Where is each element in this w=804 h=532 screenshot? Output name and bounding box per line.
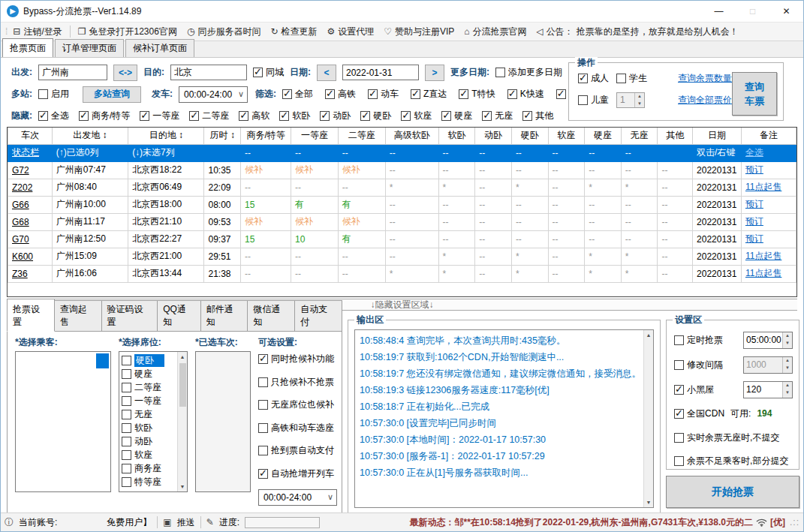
column-header[interactable]: 二等座 [338,128,385,144]
checkbox-item[interactable]: 软卧 [279,110,310,122]
checkbox[interactable] [282,89,292,99]
checkbox-item[interactable]: 商务/特等 [79,110,130,122]
tab-微信通知[interactable]: 微信通知 [248,300,295,332]
checkbox-item[interactable]: 二等座 [189,110,229,122]
column-header[interactable]: 动卧 [475,128,512,144]
scroll-down-icon[interactable]: ▼ [180,482,185,491]
stepper-down-icon[interactable]: ▼ [783,389,792,398]
train-row[interactable]: G68广州南11:17北京西21:1009:53候补候补候补----------… [8,213,796,230]
tab-自动支付[interactable]: 自动支付 [295,300,342,332]
checkbox-item[interactable]: 软座 [401,110,432,122]
book-link[interactable]: 11点起售 [745,182,781,192]
train-row[interactable]: Z202广州08:40北京西06:4922:09------**--*--**-… [8,179,796,196]
train-number[interactable]: G66 [8,196,53,213]
tab-订单管理页面[interactable]: 订单管理页面 [55,39,124,57]
column-header[interactable]: 硬座 [585,128,622,144]
定时抢票-stepper[interactable]: 05:00:00▲▼ [743,332,793,349]
cdn-checkbox[interactable]: 全国CDN [674,407,724,420]
seat-list-item[interactable]: 商务座 [122,461,176,475]
train-number[interactable]: Z202 [8,179,53,196]
close-button[interactable]: ✕ [769,1,803,22]
checkbox[interactable] [320,111,330,121]
checkbox[interactable] [674,409,684,419]
checkbox[interactable] [189,111,199,121]
train-row[interactable]: G70广州南12:50北京西22:2709:371510有-----------… [8,230,796,248]
checkbox-item[interactable]: 抢到票自动支付 [258,444,337,457]
stepper-up-icon[interactable]: ▲ [783,332,792,341]
checkbox[interactable] [441,111,451,121]
swap-stations-button[interactable]: <-> [113,65,137,81]
checkbox-item[interactable]: 全选 [38,110,69,122]
checkbox[interactable] [368,89,378,99]
tab-验证码设置[interactable]: 验证码设置 [102,300,158,332]
column-header[interactable]: 软座 [548,128,585,144]
checkbox[interactable] [459,89,468,99]
checkbox[interactable] [258,423,268,433]
tab-候补订单页面[interactable]: 候补订单页面 [125,39,194,57]
toolbar-item[interactable]: ⊟注销/登录 [13,26,62,38]
checkbox-item[interactable]: 全部 [282,88,313,101]
checkbox-item[interactable]: 定时抢票 [674,334,743,347]
same-city-checkbox[interactable]: 同城 [253,66,284,79]
select-all-link[interactable]: 全选 [745,147,763,158]
checkbox[interactable] [616,74,626,83]
tab-抢票页面[interactable]: 抢票页面 [2,38,53,57]
selected-trains-list[interactable] [195,351,251,492]
train-row[interactable]: K600广州15:09北京西21:0029:51--------*--*--**… [8,248,796,265]
checkbox[interactable] [360,111,370,121]
status-row[interactable]: 状态栏(↑)已选0列(↓)未选7列--------------------双击/… [8,144,796,161]
book-link[interactable]: 预订 [745,199,763,209]
checkbox[interactable] [122,383,131,392]
toolbar-item[interactable]: ⚙设置代理 [327,26,374,38]
query-remaining-link[interactable]: 查询余票数量 [678,72,732,85]
column-header[interactable]: 日期 [693,128,742,144]
checkbox[interactable] [79,111,89,121]
child-count-stepper[interactable]: 1▲▼ [616,92,645,108]
depart-time-select[interactable]: 00:00-24:00∨ [179,86,248,103]
checkbox[interactable] [122,410,131,419]
checkbox[interactable] [253,68,263,77]
dest-input[interactable] [170,65,247,80]
checkbox[interactable] [122,423,131,433]
next-date-button[interactable]: > [425,65,444,81]
小黑屋-stepper[interactable]: 120▲▼ [743,381,793,398]
checkbox-item[interactable]: 无座 [482,110,513,122]
stepper-up-icon[interactable]: ▲ [783,357,792,365]
book-link[interactable]: 11点起售 [745,268,781,278]
checkbox-item[interactable]: K快速 [507,88,544,101]
scroll-up-icon[interactable]: ▲ [180,352,185,362]
checkbox-item[interactable]: 同时抢候补功能 [258,353,337,365]
column-header[interactable]: 商务/特等 [241,128,291,144]
checkbox-item[interactable]: 硬卧 [360,110,391,122]
checkbox-item[interactable]: 无座席位也候补 [258,398,337,411]
checkbox[interactable] [239,111,248,121]
checkbox-item[interactable]: 实时余票无座时,不提交 [674,431,779,444]
column-header[interactable]: 出发地 ↕ [52,128,128,144]
train-number[interactable]: G72 [8,161,53,179]
train-row[interactable]: G72广州南07:47北京西18:2210:35候补候补候补----------… [8,161,796,179]
maximize-button[interactable]: □ [736,1,769,22]
passenger-list[interactable] [15,351,111,492]
column-header[interactable]: 历时 ↕ [204,128,241,144]
checkbox-item[interactable]: 高软 [239,110,270,122]
checkbox-item[interactable]: 小黑屋 [674,383,743,396]
checkbox[interactable] [325,89,335,99]
grab-time-range-select[interactable]: 00:00-24:00∨ [258,489,337,506]
checkbox[interactable] [122,450,131,460]
column-header[interactable]: 高级软卧 [385,128,438,144]
seat-list-item[interactable]: 一等座 [122,394,176,407]
book-link[interactable]: 预订 [745,216,763,227]
seat-list[interactable]: 硬卧硬座二等座一等座无座软卧动卧软座商务座特等座 ▲ ▼ [119,351,188,492]
seat-list-item[interactable]: 硬座 [122,367,176,380]
checkbox[interactable] [495,68,505,77]
toolbar-item[interactable]: ⌂分流抢票官网 [464,26,526,38]
multi-enable-checkbox[interactable]: 启用 [38,88,69,101]
column-header[interactable]: 车次 [8,128,53,144]
column-header[interactable]: 其他 [658,128,693,144]
column-header[interactable]: 一等座 [291,128,339,144]
scroll-down-icon[interactable]: ▼ [646,497,652,507]
checkbox-item[interactable]: 修改间隔 [674,359,743,371]
checkbox[interactable] [578,95,588,105]
seat-list-item[interactable]: 动卧 [122,434,176,448]
scroll-up-icon[interactable]: ▲ [646,330,652,340]
